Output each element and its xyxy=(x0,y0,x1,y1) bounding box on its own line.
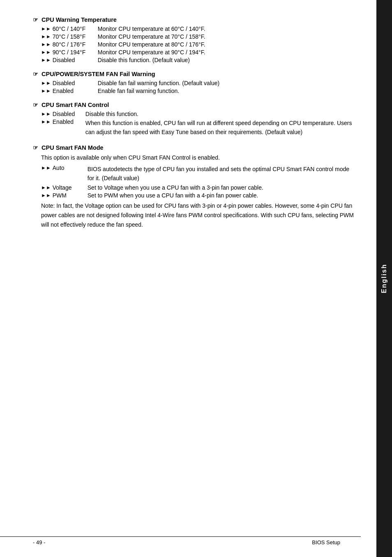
section-cpu-warning-temp: ☞ CPU Warning Temperature ►► 60°C / 140°… xyxy=(33,16,356,63)
section-title-cpu-warning-temp: ☞ CPU Warning Temperature xyxy=(33,16,356,23)
footer-label: BIOS Setup xyxy=(312,539,340,545)
arrow-icon: ►► xyxy=(41,34,51,40)
footer-page: - 49 - xyxy=(33,539,45,545)
arrow-icon: ►► xyxy=(41,193,51,199)
section-icon-2: ☞ xyxy=(33,71,38,77)
section-icon-3: ☞ xyxy=(33,102,38,108)
section-title-cpu-smart-fan-mode: ☞ CPU Smart FAN Mode xyxy=(33,144,356,151)
section-icon-1: ☞ xyxy=(33,16,38,23)
main-content: ☞ CPU Warning Temperature ►► 60°C / 140°… xyxy=(0,0,376,557)
list-item: ►► 70°C / 158°F Monitor CPU temperature … xyxy=(33,33,356,40)
list-item: ►► 90°C / 194°F Monitor CPU temperature … xyxy=(33,49,356,56)
arrow-icon: ►► xyxy=(41,57,51,63)
arrow-icon: ►► xyxy=(41,88,51,94)
list-item: ►► Voltage Set to Voltage when you use a… xyxy=(33,184,356,191)
section-title-fan-fail: ☞ CPU/POWER/SYSTEM FAN Fail Warning xyxy=(33,71,356,77)
arrow-icon: ►► xyxy=(41,42,51,48)
footer: - 49 - BIOS Setup xyxy=(0,536,361,545)
note-text: Note: In fact, the Voltage option can be… xyxy=(33,201,356,230)
list-item: ►► Enabled Enable fan fail warning funct… xyxy=(33,88,356,94)
list-item: ►► 80°C / 176°F Monitor CPU temperature … xyxy=(33,41,356,48)
sidebar-label: English xyxy=(380,264,388,293)
arrow-icon: ►► xyxy=(41,119,51,125)
arrow-icon: ►► xyxy=(41,49,51,56)
arrow-icon: ►► xyxy=(41,80,51,86)
list-item: ►► Disabled Disable this function. (Defa… xyxy=(33,57,356,63)
section-cpu-smart-fan-mode: ☞ CPU Smart FAN Mode This option is avai… xyxy=(33,144,356,230)
list-item: ►► PWM Set to PWM when you use a CPU fan… xyxy=(33,192,356,199)
list-item: ►► Auto BIOS autodetects the type of CPU… xyxy=(33,165,356,183)
list-item: ►► Enabled When this function is enabled… xyxy=(33,118,356,137)
arrow-icon: ►► xyxy=(41,26,51,32)
list-item: ►► Disabled Disable fan fail warning fun… xyxy=(33,80,356,86)
section-fan-fail-warning: ☞ CPU/POWER/SYSTEM FAN Fail Warning ►► D… xyxy=(33,71,356,94)
list-item: ►► 60°C / 140°F Monitor CPU temperature … xyxy=(33,26,356,32)
list-item: ►► Disabled Disable this function. xyxy=(33,111,356,117)
section-icon-4: ☞ xyxy=(33,144,38,151)
section-intro: This option is available only when CPU S… xyxy=(33,153,356,162)
section-cpu-smart-fan-control: ☞ CPU Smart FAN Control ►► Disabled Disa… xyxy=(33,102,356,137)
arrow-icon: ►► xyxy=(41,165,51,171)
arrow-icon: ►► xyxy=(41,111,51,117)
sidebar: English xyxy=(376,0,392,557)
arrow-icon: ►► xyxy=(41,185,51,191)
section-title-cpu-smart-fan: ☞ CPU Smart FAN Control xyxy=(33,102,356,108)
